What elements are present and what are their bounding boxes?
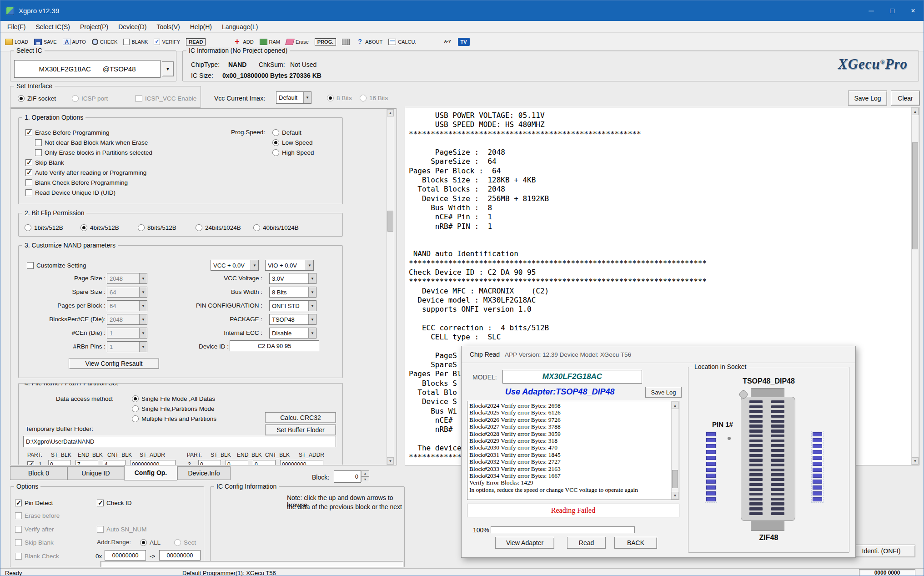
socket-slot: [749, 464, 763, 466]
addr-sect-radio[interactable]: Sect: [174, 538, 196, 547]
nand-right-dropdown-0[interactable]: 3.0V▼: [269, 273, 316, 284]
bit-flip-option-4[interactable]: 40bits/1024B: [253, 223, 299, 232]
blank-check-checkbox[interactable]: Blank Check: [15, 551, 59, 561]
select-ic-combo[interactable]: MX30LF2G18AC @TSOP48: [14, 60, 161, 78]
select-ic-dropdown-button[interactable]: ▼: [162, 61, 174, 76]
back-button[interactable]: BACK: [614, 537, 657, 549]
menu-item-3[interactable]: Device(D): [113, 23, 151, 30]
toolbar-tv-button[interactable]: TV: [458, 35, 470, 49]
check-id-checkbox[interactable]: Check ID: [97, 498, 132, 507]
scroll-down-icon[interactable]: ▼: [912, 457, 919, 465]
vcc-imax-dropdown[interactable]: Default▼: [276, 91, 311, 104]
block-value-field[interactable]: 0: [334, 470, 361, 483]
nand-right-dropdown-1[interactable]: 8 Bits▼: [269, 287, 316, 298]
auto-sn-checkbox[interactable]: Auto SN_NUM: [97, 525, 147, 534]
menu-item-0[interactable]: File(F): [2, 23, 30, 30]
op-option-1[interactable]: Not clear Bad Block Mark when Erase: [35, 138, 148, 147]
icsp-vcc-checkbox[interactable]: ICSP_VCC Enable: [136, 94, 196, 103]
toolbar-convert-button[interactable]: [444, 35, 452, 49]
bit-flip-option-3[interactable]: 24bits/1024B: [196, 223, 241, 232]
scrollbar-thumb[interactable]: [387, 211, 393, 232]
erase-before-checkbox[interactable]: Erase before: [15, 511, 60, 520]
partition-cell[interactable]: 0: [253, 460, 276, 465]
icsp-port-radio[interactable]: ICSP port: [72, 94, 108, 103]
menu-item-2[interactable]: Project(P): [75, 23, 113, 30]
bit-flip-option-2[interactable]: 8bits/512B: [138, 223, 176, 232]
block-down-icon[interactable]: ▼: [361, 476, 369, 482]
tab-config-op[interactable]: Config Op.: [124, 465, 177, 480]
addr-from-field[interactable]: 00000000: [105, 550, 146, 561]
menu-item-1[interactable]: Select IC(S): [30, 23, 75, 30]
identi-onfi-button[interactable]: Identi. (ONFI): [847, 545, 915, 557]
save-log-button[interactable]: Save Log: [848, 91, 887, 106]
list-scrollbar[interactable]: ▲ ▼: [671, 401, 679, 500]
read-button[interactable]: Read: [567, 537, 606, 549]
scrollbar-thumb[interactable]: [912, 142, 918, 249]
scroll-down-icon[interactable]: ▼: [672, 492, 678, 499]
tab-device-info[interactable]: Device.Info: [177, 466, 231, 480]
skip-blank-checkbox[interactable]: Skip Blank: [15, 538, 54, 547]
maximize-button[interactable]: □: [882, 0, 903, 21]
nand-right-dropdown-3[interactable]: TSOP48▼: [269, 314, 316, 325]
verify-error-list[interactable]: Block#2024 Verify error Bytes: 2698Block…: [467, 401, 679, 500]
scroll-up-icon[interactable]: ▲: [912, 108, 919, 115]
scroll-down-icon[interactable]: ▼: [387, 457, 394, 465]
nand-right-dropdown-4[interactable]: Disable▼: [269, 328, 316, 339]
zif-socket-radio[interactable]: ZIF socket: [18, 94, 56, 103]
toolbar-check-button[interactable]: CHECK: [92, 35, 118, 49]
partition-row-check[interactable]: [27, 460, 34, 465]
bit-flip-option-1[interactable]: 4bits/512B: [80, 223, 119, 232]
clear-button[interactable]: Clear: [891, 91, 920, 106]
menu-item-6[interactable]: Language(L): [217, 23, 263, 30]
op-option-0[interactable]: Erase Before Programming: [25, 128, 110, 137]
bit-flip-option-0[interactable]: 1bits/512B: [25, 223, 63, 232]
dialog-save-log-button[interactable]: Save Log: [645, 387, 682, 398]
block-up-icon[interactable]: ▲: [361, 470, 369, 476]
op-option-3[interactable]: Skip Blank: [25, 158, 64, 167]
addr-to-field[interactable]: 00000000: [159, 550, 201, 561]
view-adapter-button[interactable]: View Adapter: [495, 537, 554, 549]
partition-cell[interactable]: 0: [198, 460, 221, 465]
socket-slot: [749, 507, 763, 510]
tab-block0[interactable]: Block 0: [10, 466, 67, 480]
pin-detect-checkbox[interactable]: Pin Detect: [15, 498, 53, 507]
toolbar-about-button[interactable]: ABOUT: [356, 35, 382, 49]
tab-unique-id[interactable]: Unique ID: [67, 466, 124, 480]
menu-item-4[interactable]: Tools(V): [151, 23, 185, 30]
minimize-button[interactable]: ─: [861, 0, 882, 21]
op-option-6[interactable]: Read Device Unique ID (UID): [25, 188, 116, 197]
toolbar-ic-grid-button[interactable]: [342, 35, 350, 49]
bits16-radio[interactable]: 16 Bits: [360, 93, 388, 102]
toolbar-prog-button[interactable]: PROG.: [315, 35, 336, 49]
left-panel-scrollbar[interactable]: ▲ ▼: [387, 109, 394, 465]
close-button[interactable]: ×: [903, 0, 924, 21]
toolbar-verify-button[interactable]: VERIFY: [154, 35, 180, 49]
speed-option-2[interactable]: High Speed: [272, 148, 314, 157]
console-scrollbar[interactable]: ▲ ▼: [911, 107, 919, 465]
toolbar-calcu-button[interactable]: CALCU.: [388, 35, 416, 49]
partition-cell[interactable]: 4: [103, 460, 126, 465]
speed-option-0[interactable]: Default: [272, 128, 301, 137]
bits8-radio[interactable]: 8 Bits: [327, 93, 352, 102]
partition-cell[interactable]: 0: [226, 460, 248, 465]
scroll-up-icon[interactable]: ▲: [387, 109, 394, 116]
partition-cell[interactable]: 0: [48, 460, 71, 465]
op-option-2[interactable]: Only Erase blocks in Partitions selected: [35, 148, 152, 157]
verify-after-checkbox[interactable]: Verify after: [15, 525, 54, 534]
scroll-up-icon[interactable]: ▲: [672, 402, 678, 409]
nand-right-dropdown-2[interactable]: ONFI STD▼: [269, 300, 316, 311]
addr-all-radio[interactable]: ALL: [140, 538, 161, 547]
op-option-4[interactable]: Auto Verify after reading or Programming: [25, 168, 146, 177]
op-option-5[interactable]: Blank Check Before Programming: [25, 178, 128, 187]
view-config-button[interactable]: View Config Resault: [69, 358, 159, 369]
socket-lever-icon[interactable]: [739, 390, 748, 399]
partition-cell[interactable]: 000000000: [130, 460, 176, 465]
partition-cell[interactable]: 7: [75, 460, 98, 465]
menu-item-5[interactable]: Help(H): [185, 23, 217, 30]
toolbar-auto-button[interactable]: AUTO: [63, 35, 86, 49]
speed-option-1[interactable]: Low Speed: [272, 138, 313, 147]
toolbar-blank-button[interactable]: BLANK: [123, 35, 148, 49]
scrollbar-thumb[interactable]: [672, 470, 678, 488]
device-id-field[interactable]: C2 DA 90 95: [230, 340, 319, 351]
partition-cell[interactable]: 00000000: [280, 460, 323, 465]
